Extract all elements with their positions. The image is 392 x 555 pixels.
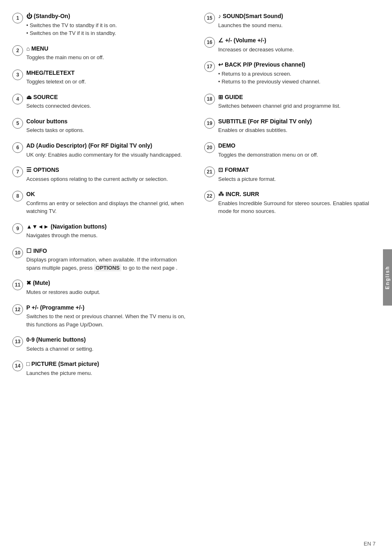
list-item: 15♪ SOUND(Smart Sound)Launches the sound… — [204, 12, 384, 29]
item-title: ∠ +/- (Volume +/-) — [218, 37, 384, 45]
list-item: 130-9 (Numeric buttons)Selects a channel… — [12, 336, 192, 353]
list-item: 20DEMOToggles the demonstration menu on … — [204, 142, 384, 159]
item-desc: Switches between channel grid and progra… — [218, 102, 384, 110]
item-number: 2 — [12, 45, 23, 56]
item-title: ♪ SOUND(Smart Sound) — [218, 12, 384, 21]
item-title: ☐ INFO — [26, 247, 192, 255]
item-title: ☰ OPTIONS — [26, 166, 192, 174]
language-tab: English — [383, 249, 392, 305]
item-title: ⊞ GUIDE — [218, 93, 384, 102]
bullet-item: Switches the TV to standby if it is on. — [26, 21, 192, 30]
item-number: 16 — [204, 37, 215, 48]
item-content: OKConfirms an entry or selection and dis… — [26, 190, 192, 215]
item-content: P +/- (Programme +/-)Switches to the nex… — [26, 304, 192, 329]
list-item: 14□ PICTURE (Smart picture)Launches the … — [12, 360, 192, 377]
item-number: 1 — [12, 13, 23, 23]
item-number: 22 — [204, 191, 215, 201]
item-desc: Selects connected devices. — [26, 102, 192, 110]
item-number: 7 — [12, 166, 23, 177]
right-column: 15♪ SOUND(Smart Sound)Launches the sound… — [204, 12, 384, 384]
item-desc: Toggles the demonstration menu on or off… — [218, 151, 384, 159]
item-desc: Launches the picture menu. — [26, 369, 192, 377]
item-desc: Selects tasks or options. — [26, 126, 192, 134]
page-footer: EN 7 — [364, 541, 376, 547]
list-item: 1⏻ (Standby-On)Switches the TV to standb… — [12, 12, 192, 37]
list-item: 22⁂ INCR. SURREnables Incredible Surroun… — [204, 190, 384, 215]
item-content: ⊞ GUIDESwitches between channel grid and… — [218, 93, 384, 110]
item-title: ✖ (Mute) — [26, 279, 192, 287]
list-item: 10☐ INFODisplays program information, wh… — [12, 247, 192, 272]
item-number: 21 — [204, 166, 215, 177]
item-content: SUBTITLE (For RF Digital TV only)Enables… — [218, 118, 384, 134]
item-number: 12 — [12, 304, 23, 315]
item-desc: Toggles the main menu on or off. — [26, 53, 192, 62]
list-item: 21⊡ FORMATSelects a picture format. — [204, 166, 384, 183]
item-number: 20 — [204, 142, 215, 153]
list-item: 17↩ BACK P/P (Previous channel)Returns t… — [204, 61, 384, 86]
item-desc: Switches to the next or previous channel… — [26, 312, 192, 328]
item-content: ♪ SOUND(Smart Sound)Launches the sound m… — [218, 12, 384, 29]
item-number: 9 — [12, 223, 23, 234]
item-title: SUBTITLE (For RF Digital TV only) — [218, 118, 384, 126]
bullet-item: Switches on the TV if it is in standby. — [26, 29, 192, 37]
item-number: 19 — [204, 118, 215, 129]
list-item: 11✖ (Mute)Mutes or restores audio output… — [12, 279, 192, 296]
list-item: 3MHEG/TELETEXTToggles teletext on or off… — [12, 69, 192, 86]
left-column: 1⏻ (Standby-On)Switches the TV to standb… — [12, 12, 192, 384]
item-content: MHEG/TELETEXTToggles teletext on or off. — [26, 69, 192, 86]
item-number: 5 — [12, 118, 23, 129]
item-title: ⏏ SOURCE — [26, 93, 192, 102]
list-item: 4⏏ SOURCESelects connected devices. — [12, 93, 192, 110]
item-number: 8 — [12, 191, 23, 201]
item-content: ⏻ (Standby-On)Switches the TV to standby… — [26, 12, 192, 37]
item-title: OK — [26, 190, 192, 199]
list-item: 9▲▼◄► (Navigation buttons)Navigates thro… — [12, 223, 192, 240]
item-number: 14 — [12, 361, 23, 371]
item-content: ⌂ MENUToggles the main menu on or off. — [26, 45, 192, 62]
item-desc: Toggles teletext on or off. — [26, 78, 192, 86]
item-number: 17 — [204, 61, 215, 72]
item-desc: Enables Incredible Surround for stereo s… — [218, 199, 384, 215]
main-content: 1⏻ (Standby-On)Switches the TV to standb… — [0, 0, 392, 555]
item-content: ⊡ FORMATSelects a picture format. — [218, 166, 384, 183]
list-item: 2⌂ MENUToggles the main menu on or off. — [12, 45, 192, 62]
item-number: 15 — [204, 13, 215, 23]
item-desc: Mutes or restores audio output. — [26, 288, 192, 296]
item-desc: Enables or disables subtitles. — [218, 126, 384, 134]
item-title: ↩ BACK P/P (Previous channel) — [218, 61, 384, 69]
item-content: 0-9 (Numeric buttons)Selects a channel o… — [26, 336, 192, 353]
item-desc: Confirms an entry or selection and displ… — [26, 199, 192, 215]
list-item: 8OKConfirms an entry or selection and di… — [12, 190, 192, 215]
item-title: ⌂ MENU — [26, 45, 192, 53]
item-content: ☰ OPTIONSAccesses options relating to th… — [26, 166, 192, 183]
item-title: □ PICTURE (Smart picture) — [26, 360, 192, 368]
item-content: ⏏ SOURCESelects connected devices. — [26, 93, 192, 110]
language-label: English — [385, 266, 390, 289]
item-content: AD (Audio Descriptor) (For RF Digital TV… — [26, 142, 192, 159]
item-desc: Selects a channel or setting. — [26, 345, 192, 353]
list-item: 16∠ +/- (Volume +/-)Increases or decreas… — [204, 37, 384, 53]
item-desc: Displays program information, when avail… — [26, 256, 192, 272]
item-number: 4 — [12, 94, 23, 104]
item-content: DEMOToggles the demonstration menu on or… — [218, 142, 384, 159]
item-content: ▲▼◄► (Navigation buttons)Navigates throu… — [26, 223, 192, 240]
item-number: 6 — [12, 142, 23, 153]
item-content: ✖ (Mute)Mutes or restores audio output. — [26, 279, 192, 296]
item-title: ⊡ FORMAT — [218, 166, 384, 174]
item-content: Colour buttonsSelects tasks or options. — [26, 118, 192, 134]
item-content: ☐ INFODisplays program information, when… — [26, 247, 192, 272]
item-title: ⏻ (Standby-On) — [26, 12, 192, 21]
item-title: ▲▼◄► (Navigation buttons) — [26, 223, 192, 231]
item-title: ⁂ INCR. SURR — [218, 190, 384, 199]
item-title: 0-9 (Numeric buttons) — [26, 336, 192, 344]
options-highlight: OPTIONS — [94, 264, 122, 271]
list-item: 6AD (Audio Descriptor) (For RF Digital T… — [12, 142, 192, 159]
item-number: 3 — [12, 69, 23, 80]
item-desc: Returns to a previous screen.Returns to … — [218, 70, 384, 86]
item-title: MHEG/TELETEXT — [26, 69, 192, 77]
item-number: 10 — [12, 247, 23, 258]
item-desc: Increases or decreases volume. — [218, 46, 384, 54]
item-content: ⁂ INCR. SURREnables Incredible Surround … — [218, 190, 384, 215]
list-item: 18⊞ GUIDESwitches between channel grid a… — [204, 93, 384, 110]
list-item: 12P +/- (Programme +/-)Switches to the n… — [12, 304, 192, 329]
